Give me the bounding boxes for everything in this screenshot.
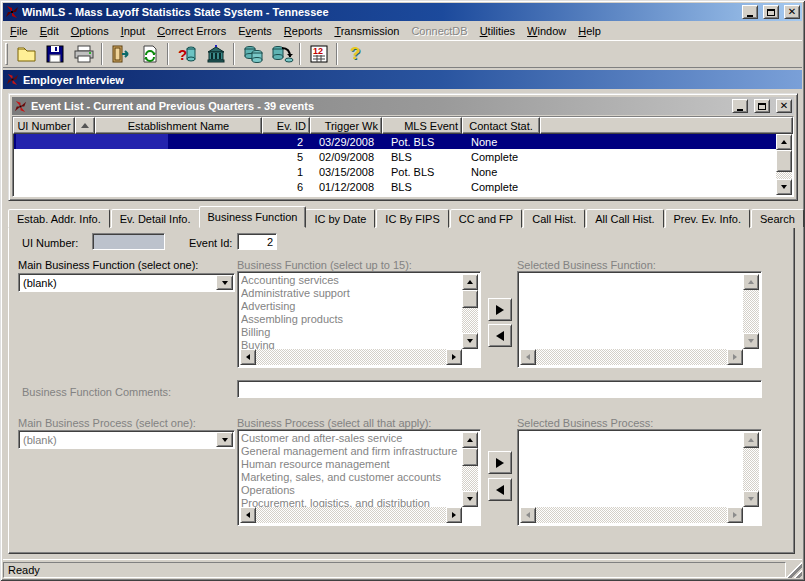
column-header-mls-event[interactable]: MLS Event [382,117,462,134]
scroll-left-icon[interactable] [240,507,256,523]
scrollbar-track[interactable] [256,507,446,523]
move-left-button[interactable] [488,324,512,347]
selected-business-function-hscrollbar[interactable] [520,349,743,365]
table-row[interactable]: 601/12/2008BLSComplete [14,179,776,194]
business-function-comments-input[interactable] [237,380,762,398]
selected-business-process-listbox[interactable] [517,429,762,526]
event-id-field[interactable]: 2 [237,233,277,250]
event-list-minimize-button[interactable] [732,99,748,113]
menu-input[interactable]: Input [115,23,151,39]
business-process-hscrollbar[interactable] [240,507,462,523]
selected-business-function-listbox[interactable] [517,271,762,368]
print-icon[interactable] [69,42,98,67]
menu-edit[interactable]: Edit [34,23,65,39]
menu-file[interactable]: File [4,23,34,39]
event-list-vertical-scrollbar[interactable] [776,134,792,195]
list-item[interactable]: Customer and after-sales service [241,432,462,445]
scroll-left-icon[interactable] [520,507,536,523]
close-button[interactable]: ✕ [784,5,800,19]
calculator-12-icon[interactable]: 12 [304,42,333,67]
scroll-down-icon[interactable] [743,491,759,507]
help-icon[interactable]: ?? [341,42,370,67]
scroll-down-icon[interactable] [743,333,759,349]
scrollbar-track[interactable] [536,507,727,523]
save-icon[interactable] [40,42,69,67]
database-select-icon[interactable] [267,42,296,67]
menu-options[interactable]: Options [65,23,115,39]
business-function-vscrollbar[interactable] [462,274,478,349]
main-business-process-combo[interactable]: (blank) [18,430,235,449]
chevron-down-icon[interactable] [216,275,233,290]
list-item[interactable]: Advertising [241,300,462,313]
menu-events[interactable]: Events [232,23,278,39]
scroll-right-icon[interactable] [446,349,462,365]
minimize-button[interactable] [742,5,758,19]
tab-prev-ev-info-[interactable]: Prev. Ev. Info. [665,209,750,228]
scrollbar-track[interactable] [743,448,759,491]
scroll-right-icon[interactable] [727,349,743,365]
scroll-up-icon[interactable] [462,274,478,290]
list-item[interactable]: Buying [241,339,462,349]
main-business-function-combo[interactable]: (blank) [18,273,235,292]
query-database-icon[interactable]: ? [172,42,201,67]
list-item[interactable]: Billing [241,326,462,339]
column-header-trigger-wk[interactable]: Trigger Wk [310,117,382,134]
tab-cc-and-fp[interactable]: CC and FP [450,209,522,228]
tab-business-function[interactable]: Business Function [199,206,307,228]
column-header-ev-id[interactable]: Ev. ID [262,117,310,134]
refresh-document-icon[interactable] [135,42,164,67]
scroll-up-icon[interactable] [462,432,478,448]
scrollbar-track[interactable] [536,349,727,365]
selected-business-process-hscrollbar[interactable] [520,507,743,523]
scroll-up-icon[interactable] [743,432,759,448]
database-copy-icon[interactable] [238,42,267,67]
exit-door-icon[interactable] [106,42,135,67]
menu-transmission[interactable]: Transmission [328,23,405,39]
list-item[interactable]: Marketing, sales, and customer accounts [241,471,462,484]
bank-building-icon[interactable] [201,42,230,67]
tab-ic-by-date[interactable]: IC by Date [305,209,375,228]
scrollbar-thumb[interactable] [462,448,478,466]
column-header-contact-stat-[interactable]: Contact Stat. [462,117,540,134]
list-item[interactable]: Assembling products [241,313,462,326]
table-row[interactable]: 203/29/2008Pot. BLSNone [14,134,776,149]
scrollbar-thumb[interactable] [776,150,792,172]
list-item[interactable]: Administrative support [241,287,462,300]
scroll-left-icon[interactable] [520,349,536,365]
menu-reports[interactable]: Reports [278,23,329,39]
scroll-up-icon[interactable] [776,134,792,150]
list-item[interactable]: Procurement, logistics, and distribution [241,497,462,507]
menu-window[interactable]: Window [521,23,572,39]
column-header-ui-number[interactable]: UI Number [13,117,75,134]
menu-correct-errors[interactable]: Correct Errors [151,23,232,39]
menu-help[interactable]: Help [572,23,607,39]
ui-number-field[interactable] [92,233,165,250]
selected-business-function-vscrollbar[interactable] [743,274,759,349]
event-list-close-button[interactable]: ✕ [776,99,792,113]
open-folder-icon[interactable] [11,42,40,67]
maximize-button[interactable] [763,5,779,19]
move-right-button[interactable] [488,451,512,474]
scrollbar-thumb[interactable] [462,290,478,308]
business-process-listbox[interactable]: Customer and after-sales serviceGeneral … [237,429,481,526]
scrollbar-track[interactable] [462,448,478,491]
scroll-up-icon[interactable] [743,274,759,290]
table-row[interactable]: 502/09/2008BLSComplete [14,149,776,164]
scroll-down-icon[interactable] [776,179,792,195]
toolbar-grip[interactable] [5,43,8,65]
move-left-button[interactable] [488,478,512,501]
tab-estab-addr-info-[interactable]: Estab. Addr. Info. [8,209,110,228]
business-function-listbox[interactable]: Accounting servicesAdministrative suppor… [237,271,481,368]
tab-all-call-hist-[interactable]: All Call Hist. [586,209,663,228]
selected-business-process-vscrollbar[interactable] [743,432,759,507]
scrollbar-track[interactable] [462,290,478,333]
list-item[interactable]: Accounting services [241,274,462,287]
scroll-down-icon[interactable] [462,491,478,507]
list-item[interactable]: General management and firm infrastructu… [241,445,462,458]
business-function-hscrollbar[interactable] [240,349,462,365]
tab-ic-by-fips[interactable]: IC By FIPS [376,209,448,228]
scroll-left-icon[interactable] [240,349,256,365]
event-list-maximize-button[interactable] [754,99,770,113]
move-right-button[interactable] [488,298,512,321]
tab-search[interactable]: Search [751,209,804,228]
